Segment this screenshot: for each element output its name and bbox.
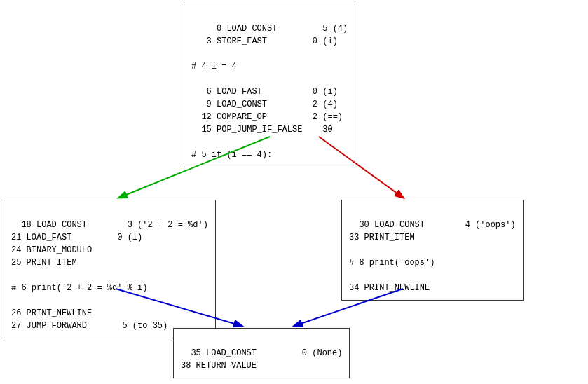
right-box-content: 30 LOAD_CONST 4 ('oops') 33 PRINT_ITEM #… (349, 220, 516, 293)
bottom-box: 35 LOAD_CONST 0 (None) 38 RETURN_VALUE (173, 328, 350, 378)
left-box-content: 18 LOAD_CONST 3 ('2 + 2 = %d') 21 LOAD_F… (11, 220, 208, 331)
bottom-box-content: 35 LOAD_CONST 0 (None) 38 RETURN_VALUE (181, 348, 342, 371)
top-box: 0 LOAD_CONST 5 (4) 3 STORE_FAST 0 (i) # … (184, 4, 355, 167)
right-box: 30 LOAD_CONST 4 ('oops') 33 PRINT_ITEM #… (341, 200, 524, 301)
left-box: 18 LOAD_CONST 3 ('2 + 2 = %d') 21 LOAD_F… (4, 200, 216, 338)
top-box-content: 0 LOAD_CONST 5 (4) 3 STORE_FAST 0 (i) # … (191, 24, 348, 160)
